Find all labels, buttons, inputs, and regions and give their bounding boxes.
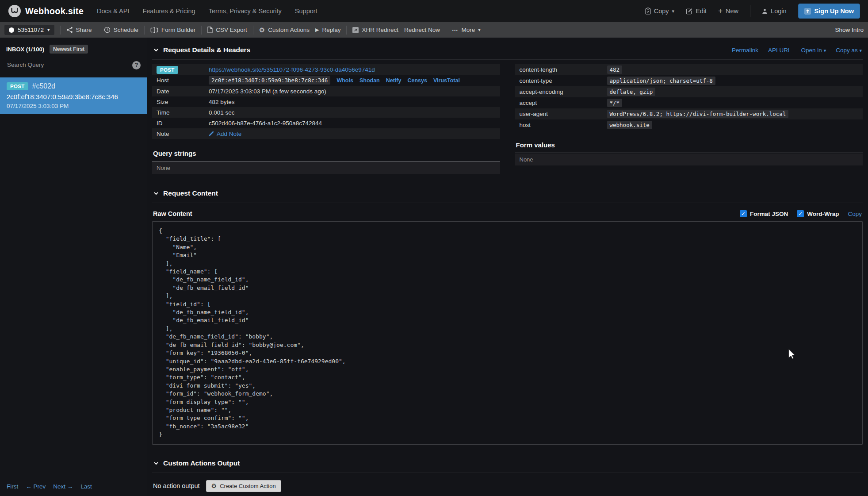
pagination-first[interactable]: First bbox=[7, 483, 18, 490]
pagination-next[interactable]: Next → bbox=[53, 483, 73, 490]
copy-dropdown[interactable]: Copy ▾ bbox=[645, 8, 674, 15]
replay-button[interactable]: ▶ Replay bbox=[315, 27, 341, 33]
table-row-header: user-agent WordPress/6.8.2; https://divi… bbox=[515, 108, 863, 119]
header-value[interactable]: webhook.site bbox=[607, 121, 652, 129]
header-value[interactable]: 482 bbox=[607, 65, 623, 74]
login-label: Login bbox=[771, 8, 786, 15]
nav-link-support[interactable]: Support bbox=[295, 8, 317, 15]
nav-link-docs[interactable]: Docs & API bbox=[97, 8, 129, 15]
open-in-label: Open in bbox=[801, 47, 822, 54]
create-custom-action-button[interactable]: ⚙ Create Custom Action bbox=[206, 480, 281, 492]
csv-export-label: CSV Export bbox=[216, 27, 247, 33]
content-section-header: Request Content bbox=[152, 181, 863, 203]
api-url-link[interactable]: API URL bbox=[768, 47, 792, 54]
shodan-link[interactable]: Shodan bbox=[359, 77, 380, 84]
header-value[interactable]: */* bbox=[607, 99, 623, 107]
add-note-button[interactable]: Add Note bbox=[209, 131, 241, 137]
plus-icon: + bbox=[718, 7, 723, 15]
censys-link[interactable]: Censys bbox=[407, 77, 427, 84]
edit-button[interactable]: Edit bbox=[686, 8, 707, 15]
header-name: accept bbox=[520, 100, 607, 106]
permalink-link[interactable]: Permalink bbox=[732, 47, 758, 54]
request-list-item-selected[interactable]: POST #c502d 2c0f:ef18:3407:0:59a9:3be8:7… bbox=[0, 77, 147, 114]
open-in-dropdown[interactable]: Open in ▾ bbox=[801, 47, 826, 54]
form-values-title: Form values bbox=[515, 141, 863, 153]
date-label: Date bbox=[157, 88, 209, 95]
header-value[interactable]: deflate, gzip bbox=[607, 88, 656, 96]
caret-down-icon: ▾ bbox=[672, 8, 675, 14]
copy-content-link[interactable]: Copy bbox=[848, 211, 862, 217]
date-value: 07/17/2025 3:03:03 PM (a few seconds ago… bbox=[209, 88, 326, 95]
caret-down-icon: ▾ bbox=[478, 27, 481, 33]
pagination-prev[interactable]: ← Prev bbox=[26, 483, 46, 490]
redirect-now-button[interactable]: Redirect Now bbox=[404, 27, 440, 33]
virustotal-link[interactable]: VirusTotal bbox=[433, 77, 460, 84]
request-details-column: POST https://webhook.site/53511072-f096-… bbox=[152, 64, 500, 174]
share-icon bbox=[66, 27, 73, 33]
share-button[interactable]: Share bbox=[66, 27, 92, 33]
toolbar-separator bbox=[253, 26, 253, 35]
id-value: c502d406-b87e-476d-a1c2-950a8c742844 bbox=[209, 120, 322, 127]
navbar-divider bbox=[750, 5, 750, 17]
id-label: ID bbox=[157, 120, 209, 127]
chevron-down-icon bbox=[153, 47, 159, 53]
xhr-redirect-button[interactable]: XHR Redirect bbox=[352, 27, 398, 33]
headers-table: content-length 482 content-type applicat… bbox=[515, 64, 863, 131]
replay-label: Replay bbox=[322, 27, 340, 33]
word-wrap-checkbox[interactable]: ✓ Word-Wrap bbox=[797, 210, 839, 217]
nav-link-pricing[interactable]: Features & Pricing bbox=[142, 8, 195, 15]
webhook-url-link[interactable]: https://webhook.site/53511072-f096-4273-… bbox=[209, 66, 375, 73]
host-ip-value[interactable]: 2c0f:ef18:3407:0:59a9:3be8:7c8c:346 bbox=[209, 76, 330, 85]
toolbar-separator bbox=[201, 26, 202, 35]
csv-export-button[interactable]: CSV Export bbox=[207, 27, 247, 33]
form-input-icon bbox=[150, 27, 158, 33]
header-name: user-agent bbox=[520, 111, 607, 117]
header-value[interactable]: WordPress/6.8.2; https://divi-form-build… bbox=[607, 110, 789, 118]
form-builder-button[interactable]: Form Builder bbox=[150, 27, 195, 33]
headers-column: content-length 482 content-type applicat… bbox=[515, 64, 863, 174]
more-dropdown[interactable]: ⋯ More ▾ bbox=[452, 27, 481, 34]
format-json-checkbox[interactable]: ✓ Format JSON bbox=[740, 210, 788, 217]
toolbar-separator bbox=[144, 26, 145, 35]
request-details-table: POST https://webhook.site/53511072-f096-… bbox=[152, 64, 500, 139]
table-row-time: Time 0.001 sec bbox=[152, 107, 500, 118]
nav-link-terms[interactable]: Terms, Privacy & Security bbox=[209, 8, 282, 15]
copy-label: Copy bbox=[654, 8, 669, 15]
new-button[interactable]: + New bbox=[718, 7, 738, 15]
content-section-toggle[interactable]: Request Content bbox=[153, 189, 218, 197]
show-intro-link[interactable]: Show Intro bbox=[835, 27, 864, 33]
details-section-toggle[interactable]: Request Details & Headers bbox=[153, 46, 250, 54]
raw-content-box[interactable]: { "field_title": [ "Name", "Email" ], "f… bbox=[152, 221, 863, 445]
schedule-button[interactable]: Schedule bbox=[104, 27, 138, 33]
sort-order-badge[interactable]: Newest First bbox=[50, 45, 88, 54]
upload-icon bbox=[804, 8, 811, 15]
gear-icon: ⚙ bbox=[259, 27, 265, 33]
sign-up-button[interactable]: Sign Up Now bbox=[798, 4, 860, 19]
brand-name: Webhook.site bbox=[25, 6, 84, 16]
search-input[interactable] bbox=[6, 59, 127, 71]
header-name: host bbox=[520, 122, 607, 128]
raw-content-row: Raw Content ✓ Format JSON ✓ Word-Wrap Co… bbox=[152, 210, 863, 217]
whois-link[interactable]: Whois bbox=[336, 77, 353, 84]
token-selector[interactable]: 53511072 ▾ bbox=[4, 25, 54, 35]
pagination-last[interactable]: Last bbox=[80, 483, 92, 490]
header-value[interactable]: application/json; charset=utf-8 bbox=[607, 77, 715, 85]
sign-up-label: Sign Up Now bbox=[814, 8, 854, 15]
help-icon[interactable]: ? bbox=[132, 61, 141, 69]
actions-output-row: No action output ⚙ Create Custom Action bbox=[152, 473, 863, 496]
checkbox-checked-icon: ✓ bbox=[797, 210, 804, 217]
brand[interactable]: Webhook.site bbox=[8, 4, 84, 18]
token-id: 53511072 bbox=[18, 27, 44, 33]
copy-as-dropdown[interactable]: Copy as ▾ bbox=[836, 47, 862, 54]
request-short-id: #c502d bbox=[32, 82, 56, 90]
custom-actions-button[interactable]: ⚙ Custom Actions bbox=[259, 27, 310, 33]
login-button[interactable]: Login bbox=[762, 8, 786, 15]
table-row-note: Note Add Note bbox=[152, 128, 500, 139]
query-strings-title: Query strings bbox=[152, 150, 500, 161]
actions-section-toggle[interactable]: Custom Actions Output bbox=[153, 459, 240, 467]
clipboard-icon bbox=[645, 8, 651, 15]
netify-link[interactable]: Netify bbox=[386, 77, 401, 84]
table-row-header: content-type application/json; charset=u… bbox=[515, 75, 863, 86]
note-label: Note bbox=[157, 131, 209, 137]
user-icon bbox=[762, 8, 768, 14]
